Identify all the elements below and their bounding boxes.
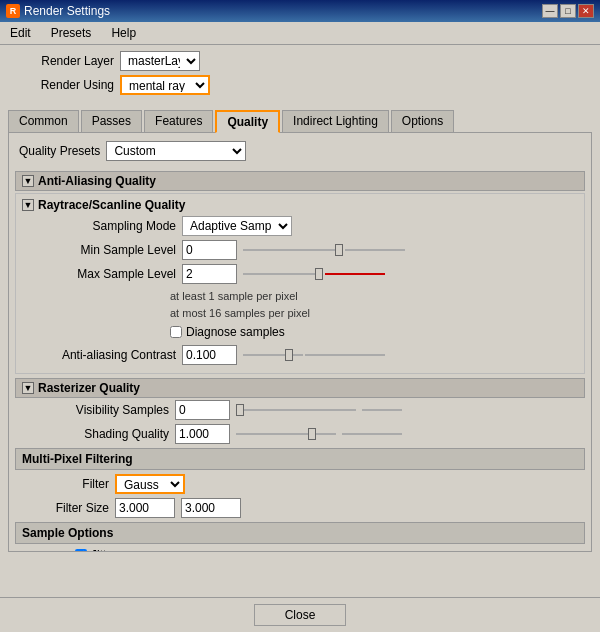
max-sample-row: Max Sample Level: [22, 264, 578, 284]
multi-pixel-section: Multi-Pixel Filtering Filter Gauss Filte…: [15, 448, 585, 518]
max-sample-value: [182, 264, 385, 284]
rasterizer-quality-header: ▼ Rasterizer Quality: [15, 378, 585, 398]
render-using-select[interactable]: mental ray: [120, 75, 210, 95]
sample-options-section: Sample Options Jitter Sample Lock: [15, 522, 585, 552]
render-using-row: Render Using mental ray: [10, 75, 590, 95]
shading-quality-value: [175, 424, 402, 444]
window: R Render Settings — □ ✕ Edit Presets Hel…: [0, 0, 600, 632]
tab-features[interactable]: Features: [144, 110, 213, 133]
raytrace-label: Raytrace/Scanline Quality: [38, 198, 185, 212]
tab-common[interactable]: Common: [8, 110, 79, 133]
title-bar-left: R Render Settings: [6, 4, 110, 18]
aa-contrast-input[interactable]: [182, 345, 237, 365]
window-close-button[interactable]: ✕: [578, 4, 594, 18]
aa-contrast-row: Anti-aliasing Contrast: [22, 345, 578, 365]
min-sample-value: [182, 240, 405, 260]
sample-options-header: Sample Options: [15, 522, 585, 544]
visibility-samples-label: Visibility Samples: [35, 403, 175, 417]
rasterizer-quality-collapse[interactable]: ▼: [22, 382, 34, 394]
filter-select[interactable]: Gauss: [115, 474, 185, 494]
raytrace-header: ▼ Raytrace/Scanline Quality: [22, 198, 578, 212]
tab-indirect-lighting[interactable]: Indirect Lighting: [282, 110, 389, 133]
quality-presets-row: Quality Presets Custom: [15, 139, 585, 163]
menu-edit[interactable]: Edit: [4, 24, 37, 42]
render-layer-label: Render Layer: [10, 54, 120, 68]
minimize-button[interactable]: —: [542, 4, 558, 18]
render-layer-select[interactable]: masterLayer: [120, 51, 200, 71]
anti-aliasing-header: ▼ Anti-Aliasing Quality: [15, 171, 585, 191]
sampling-mode-value: Adaptive Sampling: [182, 216, 292, 236]
jitter-label: Jitter: [91, 548, 117, 552]
render-using-label: Render Using: [10, 78, 120, 92]
diagnose-label: Diagnose samples: [186, 325, 285, 339]
tab-options[interactable]: Options: [391, 110, 454, 133]
close-button[interactable]: Close: [254, 604, 347, 626]
menu-bar: Edit Presets Help: [0, 22, 600, 45]
shading-quality-row: Shading Quality: [15, 424, 585, 444]
rasterizer-quality-label: Rasterizer Quality: [38, 381, 140, 395]
raytrace-section: ▼ Raytrace/Scanline Quality Sampling Mod…: [15, 193, 585, 374]
max-sample-label: Max Sample Level: [42, 267, 182, 281]
multi-pixel-header: Multi-Pixel Filtering: [15, 448, 585, 470]
aa-contrast-label: Anti-aliasing Contrast: [42, 348, 182, 362]
diagnose-row: Diagnose samples: [22, 325, 578, 339]
tab-content: Quality Presets Custom ▼ Anti-Aliasing Q…: [8, 132, 592, 552]
samples-info-1: at least 1 sample per pixel: [170, 288, 578, 305]
visibility-samples-input[interactable]: [175, 400, 230, 420]
bottom-bar: Close: [0, 597, 600, 632]
min-sample-row: Min Sample Level: [22, 240, 578, 260]
sampling-mode-select[interactable]: Adaptive Sampling: [182, 216, 292, 236]
tabs: Common Passes Features Quality Indirect …: [0, 105, 600, 132]
sampling-mode-row: Sampling Mode Adaptive Sampling: [22, 216, 578, 236]
diagnose-checkbox[interactable]: [170, 326, 182, 338]
aa-contrast-value: [182, 345, 385, 365]
anti-aliasing-section: ▼ Anti-Aliasing Quality ▼ Raytrace/Scanl…: [15, 171, 585, 374]
title-buttons: — □ ✕: [542, 4, 594, 18]
anti-aliasing-label: Anti-Aliasing Quality: [38, 174, 156, 188]
tab-quality[interactable]: Quality: [215, 110, 280, 133]
form-section: Render Layer masterLayer Render Using me…: [0, 45, 600, 105]
filter-label: Filter: [35, 477, 115, 491]
jitter-row: Jitter: [15, 548, 585, 552]
shading-quality-input[interactable]: [175, 424, 230, 444]
min-sample-input[interactable]: [182, 240, 237, 260]
aa-contrast-slider[interactable]: [241, 354, 385, 356]
menu-presets[interactable]: Presets: [45, 24, 98, 42]
shading-quality-label: Shading Quality: [35, 427, 175, 441]
filter-row: Filter Gauss: [15, 474, 585, 494]
visibility-samples-value: [175, 400, 402, 420]
title-bar: R Render Settings — □ ✕: [0, 0, 600, 22]
min-sample-slider[interactable]: [241, 249, 405, 251]
quality-presets-label: Quality Presets: [19, 144, 100, 158]
max-sample-input[interactable]: [182, 264, 237, 284]
app-icon: R: [6, 4, 20, 18]
rasterizer-quality-section: ▼ Rasterizer Quality Visibility Samples …: [15, 378, 585, 444]
filter-size-input-2[interactable]: [181, 498, 241, 518]
render-layer-row: Render Layer masterLayer: [10, 51, 590, 71]
sampling-mode-label: Sampling Mode: [42, 219, 182, 233]
raytrace-collapse[interactable]: ▼: [22, 199, 34, 211]
filter-size-input-1[interactable]: [115, 498, 175, 518]
filter-size-label: Filter Size: [35, 501, 115, 515]
window-title: Render Settings: [24, 4, 110, 18]
visibility-samples-row: Visibility Samples: [15, 400, 585, 420]
samples-info-2: at most 16 samples per pixel: [170, 305, 578, 322]
tab-passes[interactable]: Passes: [81, 110, 142, 133]
max-sample-slider[interactable]: [241, 273, 385, 275]
filter-size-row: Filter Size: [15, 498, 585, 518]
menu-help[interactable]: Help: [105, 24, 142, 42]
jitter-checkbox[interactable]: [75, 549, 87, 552]
anti-aliasing-collapse[interactable]: ▼: [22, 175, 34, 187]
samples-info: at least 1 sample per pixel at most 16 s…: [22, 288, 578, 321]
min-sample-label: Min Sample Level: [42, 243, 182, 257]
quality-presets-select[interactable]: Custom: [106, 141, 246, 161]
maximize-button[interactable]: □: [560, 4, 576, 18]
